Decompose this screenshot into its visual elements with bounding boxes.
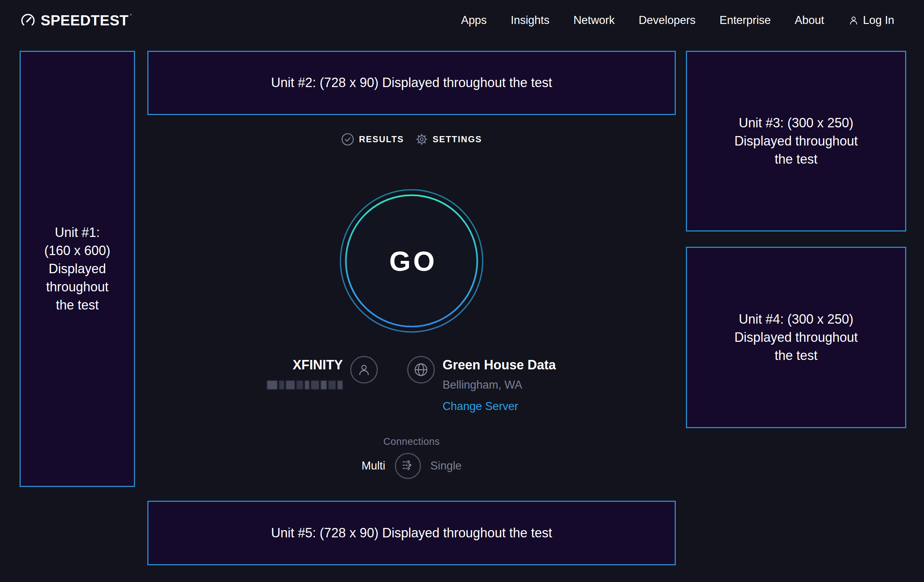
connections-section: Connections Multi Single — [361, 436, 462, 479]
change-server-link[interactable]: Change Server — [442, 400, 518, 413]
server-info: Green House Data Bellingham, WA Change S… — [442, 358, 556, 413]
tab-settings-label: SETTINGS — [432, 134, 482, 144]
tab-results[interactable]: RESULTS — [341, 133, 404, 146]
login-label: Log In — [863, 14, 894, 27]
ad-unit-3[interactable]: Unit #3: (300 x 250) Displayed throughou… — [686, 51, 906, 231]
connection-meta-row: XFINITY Green House Data Bellingham, WA … — [267, 356, 556, 413]
go-button-label: GO — [335, 185, 488, 337]
ad-unit-2[interactable]: Unit #2: (728 x 90) Displayed throughout… — [147, 51, 676, 115]
nav-item-apps[interactable]: Apps — [461, 14, 487, 27]
nav-item-network[interactable]: Network — [573, 14, 615, 27]
ad-unit-4-text: Unit #4: (300 x 250) Displayed throughou… — [725, 310, 867, 364]
connections-label: Connections — [383, 436, 440, 447]
isp-user-icon — [350, 356, 378, 384]
check-circle-icon — [341, 133, 354, 146]
nav-item-enterprise[interactable]: Enterprise — [719, 14, 771, 27]
server-globe-icon — [407, 356, 435, 384]
nav-item-developers[interactable]: Developers — [639, 14, 696, 27]
main-nav: Apps Insights Network Developers Enterpr… — [461, 14, 894, 27]
ad-unit-4[interactable]: Unit #4: (300 x 250) Displayed throughou… — [686, 247, 906, 428]
speedometer-icon — [20, 13, 36, 28]
tab-results-label: RESULTS — [359, 134, 404, 144]
connections-toggle-row: Multi Single — [361, 453, 462, 479]
speedtest-logo[interactable]: SPEEDTEST — [20, 13, 132, 28]
server-location: Bellingham, WA — [442, 378, 522, 391]
connections-toggle-button[interactable] — [395, 453, 421, 479]
login-button[interactable]: Log In — [848, 14, 894, 27]
trademark-mark — [130, 14, 132, 16]
tab-settings[interactable]: SETTINGS — [416, 133, 482, 145]
person-icon — [848, 15, 859, 26]
view-tabs: RESULTS — [341, 133, 482, 146]
go-button[interactable]: GO — [335, 185, 488, 337]
top-nav-bar: SPEEDTEST Apps Insights Network Develope… — [0, 0, 924, 41]
brand-name: SPEEDTEST — [41, 13, 129, 28]
redacted-ip-text — [267, 381, 343, 389]
speedtest-main-panel: RESULTS — [147, 115, 676, 479]
nav-item-about[interactable]: About — [795, 14, 824, 27]
ad-unit-1[interactable]: Unit #1: (160 x 600) Displayed throughou… — [20, 51, 135, 487]
server-name: Green House Data — [442, 358, 556, 372]
nav-item-insights[interactable]: Insights — [511, 14, 549, 27]
ad-unit-3-text: Unit #3: (300 x 250) Displayed throughou… — [725, 114, 867, 168]
gear-icon — [416, 133, 428, 145]
ad-unit-5-text: Unit #5: (728 x 90) Displayed throughout… — [271, 524, 552, 542]
ad-unit-2-text: Unit #2: (728 x 90) Displayed throughout… — [271, 74, 552, 92]
isp-info: XFINITY — [267, 358, 343, 389]
connections-option-multi[interactable]: Multi — [361, 459, 385, 472]
connections-option-single[interactable]: Single — [431, 459, 462, 472]
ad-unit-1-text: Unit #1: (160 x 600) Displayed throughou… — [40, 224, 115, 314]
isp-name: XFINITY — [292, 358, 343, 372]
multi-arrows-icon — [400, 457, 416, 475]
ad-unit-5[interactable]: Unit #5: (728 x 90) Displayed throughout… — [147, 501, 676, 565]
